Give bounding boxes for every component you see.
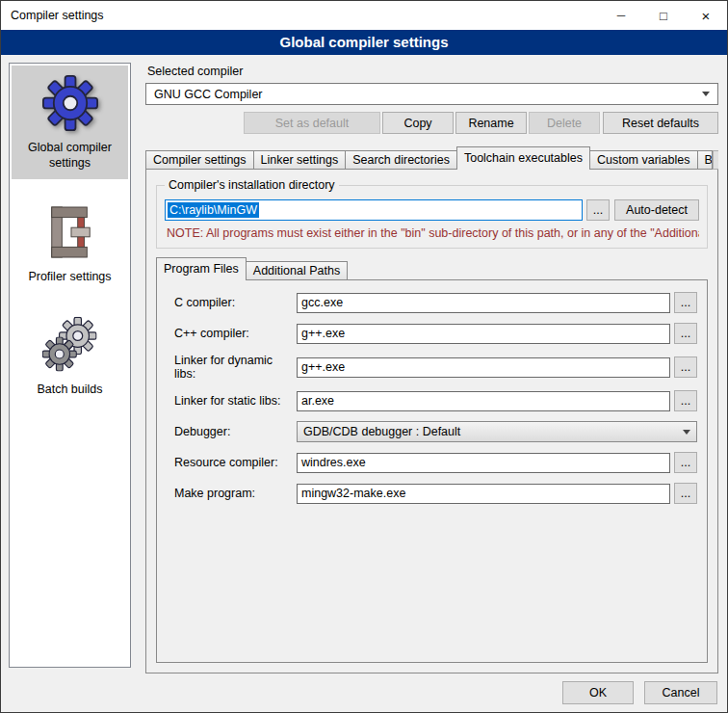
selected-compiler-label: Selected compiler (147, 65, 718, 78)
compiler-buttons-row: Set as default Copy Rename Delete Reset … (145, 112, 718, 134)
field-value: ar.exe (301, 394, 334, 408)
maximize-button[interactable]: □ (642, 1, 685, 30)
dialog-body: Global compiler settings Profiler settin… (1, 55, 727, 673)
resource-compiler-input[interactable]: windres.exe (297, 453, 670, 473)
main-panel: Selected compiler GNU GCC Compiler Set a… (145, 63, 718, 673)
sidebar: Global compiler settings Profiler settin… (9, 63, 131, 668)
sidebar-item-label: Global compiler settings (13, 140, 126, 172)
field-value: GDB/CDB debugger : Default (303, 425, 460, 438)
linker-static-browse-button[interactable]: ... (674, 390, 697, 411)
linker-dynamic-input[interactable]: g++.exe (297, 357, 670, 378)
install-dir-browse-button[interactable]: ... (586, 199, 610, 221)
field-value: mingw32-make.exe (301, 487, 405, 500)
field-row-make-program: Make program: mingw32-make.exe ... (165, 483, 699, 504)
field-label: Linker for static libs: (174, 394, 297, 408)
chevron-down-icon (702, 92, 710, 96)
header-banner: Global compiler settings (1, 30, 727, 55)
field-label: Resource compiler: (174, 456, 297, 469)
cpp-compiler-input[interactable]: g++.exe (297, 324, 670, 344)
close-button[interactable]: × (685, 1, 727, 30)
sidebar-item-profiler-settings[interactable]: Profiler settings (12, 195, 128, 292)
field-label: Debugger: (174, 425, 297, 438)
compiler-select[interactable]: GNU GCC Compiler (145, 83, 718, 105)
resource-compiler-browse-button[interactable]: ... (674, 452, 697, 473)
delete-button[interactable]: Delete (529, 112, 600, 134)
subtab-program-files[interactable]: Program Files (156, 257, 247, 280)
install-dir-groupbox: Compiler's installation directory C:\ray… (156, 185, 708, 249)
rename-button[interactable]: Rename (455, 112, 527, 134)
copy-button[interactable]: Copy (382, 112, 454, 134)
set-as-default-button[interactable]: Set as default (244, 112, 380, 134)
linker-dynamic-browse-button[interactable]: ... (674, 356, 697, 378)
titlebar: Compiler settings ─ □ × (1, 1, 727, 30)
make-program-input[interactable]: mingw32-make.exe (297, 484, 670, 504)
sidebar-item-label: Batch builds (37, 382, 102, 397)
field-row-cpp-compiler: C++ compiler: g++.exe ... (165, 323, 699, 344)
subtab-strip: Program Files Additional Paths (156, 258, 708, 280)
autodetect-button[interactable]: Auto-detect (614, 199, 699, 221)
field-row-linker-dynamic: Linker for dynamic libs: g++.exe ... (165, 354, 699, 381)
batch-builds-gears-icon (40, 313, 100, 377)
tab-search-directories[interactable]: Search directories (345, 150, 457, 170)
tab-compiler-settings[interactable]: Compiler settings (145, 150, 254, 170)
tab-scroll-left-button[interactable]: ◄ (713, 150, 718, 170)
install-dir-input[interactable]: C:\raylib\MinGW (165, 199, 583, 221)
field-row-debugger: Debugger: GDB/CDB debugger : Default (165, 421, 699, 442)
tab-strip: Compiler settings Linker settings Search… (145, 146, 718, 170)
tab-scroll-buttons: ◄ ► (713, 150, 718, 170)
footer: OK Cancel (1, 673, 727, 712)
subtab-additional-paths[interactable]: Additional Paths (246, 261, 348, 280)
install-dir-group-label: Compiler's installation directory (165, 178, 339, 192)
c-compiler-input[interactable]: gcc.exe (297, 293, 670, 313)
field-value: g++.exe (301, 360, 345, 374)
field-row-c-compiler: C compiler: gcc.exe ... (165, 292, 699, 313)
install-dir-row: C:\raylib\MinGW ... Auto-detect (165, 199, 699, 221)
field-value: g++.exe (301, 327, 345, 340)
note-text: NOTE: All programs must exist either in … (167, 226, 699, 240)
field-row-linker-static: Linker for static libs: ar.exe ... (165, 390, 699, 411)
field-value: windres.exe (301, 456, 366, 469)
debugger-select[interactable]: GDB/CDB debugger : Default (297, 421, 697, 442)
linker-static-input[interactable]: ar.exe (297, 391, 670, 411)
cancel-button[interactable]: Cancel (644, 681, 717, 704)
tab-linker-settings[interactable]: Linker settings (253, 150, 347, 170)
tab-toolchain-executables[interactable]: Toolchain executables (456, 146, 590, 170)
tab-custom-variables[interactable]: Custom variables (589, 150, 698, 170)
minimize-button[interactable]: ─ (600, 1, 642, 30)
field-row-resource-compiler: Resource compiler: windres.exe ... (165, 452, 699, 473)
sidebar-item-label: Profiler settings (28, 269, 111, 284)
sidebar-item-global-compiler-settings[interactable]: Global compiler settings (12, 66, 128, 179)
program-files-panel: C compiler: gcc.exe ... C++ compiler: g+… (156, 279, 708, 663)
chevron-down-icon (683, 430, 690, 435)
field-label: C compiler: (174, 296, 297, 309)
reset-defaults-button[interactable]: Reset defaults (603, 112, 718, 134)
window-title: Compiler settings (1, 9, 104, 22)
gear-icon (42, 71, 98, 135)
field-value: gcc.exe (301, 296, 343, 309)
toolchain-executables-panel: Compiler's installation directory C:\ray… (145, 169, 718, 673)
sidebar-item-batch-builds[interactable]: Batch builds (12, 307, 128, 405)
compiler-settings-window: Compiler settings ─ □ × Global compiler … (0, 0, 728, 713)
field-label: Make program: (174, 487, 297, 500)
field-label: C++ compiler: (174, 327, 297, 340)
profiler-clamp-icon (45, 200, 95, 264)
c-compiler-browse-button[interactable]: ... (674, 292, 697, 313)
ok-button[interactable]: OK (562, 681, 634, 704)
make-program-browse-button[interactable]: ... (674, 483, 697, 504)
cpp-compiler-browse-button[interactable]: ... (674, 323, 697, 344)
install-dir-selected-text: C:\raylib\MinGW (168, 202, 259, 218)
field-label: Linker for dynamic libs: (174, 354, 297, 381)
tab-build-options-truncated[interactable]: Buil (697, 150, 713, 170)
compiler-select-value: GNU GCC Compiler (154, 88, 263, 101)
window-controls: ─ □ × (600, 1, 727, 30)
